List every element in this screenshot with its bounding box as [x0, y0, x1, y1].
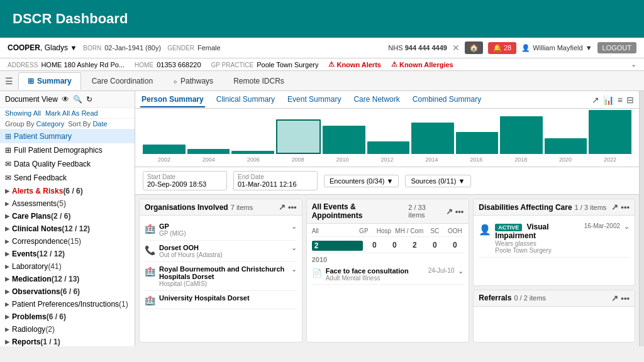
group-by-category-link[interactable]: Category — [36, 120, 65, 128]
sort-by-date-link[interactable]: Date — [92, 120, 107, 128]
org-gp-icon: 🏥 — [145, 224, 155, 234]
sidebar-item-laboratory[interactable]: Laboratory (41) — [0, 260, 135, 273]
chart-bar-2004[interactable] — [187, 149, 230, 154]
sidebar-item-reports[interactable]: Reports (1 / 1) — [0, 336, 135, 346]
start-date-input[interactable] — [147, 180, 223, 188]
chart-bar-2010[interactable] — [323, 126, 365, 154]
sidebar-item-medication[interactable]: Medication (12 / 13) — [0, 273, 135, 285]
org-royal-expand-button[interactable]: ⌄ — [291, 265, 297, 273]
sidebar-item-correspondence[interactable]: Correspondence (15) — [0, 235, 135, 248]
event-expand-button[interactable]: ⌄ — [458, 267, 464, 275]
trend-up-icon[interactable]: ↗ — [592, 95, 599, 105]
sidebar-item-radiology[interactable]: Radiology (2) — [0, 323, 135, 336]
nav-tabs-bar: ☰ ⊞ Summary Care Coordination ⬦ Pathways… — [0, 71, 644, 91]
sources-dropdown[interactable]: Sources (0/11) ▼ — [405, 175, 470, 187]
disabilities-count: 1 / 3 items — [575, 204, 607, 211]
organisations-expand-icon[interactable]: ↗ — [279, 202, 286, 212]
bar-chart-icon[interactable]: 📊 — [603, 95, 614, 105]
expand-patient-details-button[interactable]: ⌄ — [631, 60, 636, 69]
sub-tab-care-network[interactable]: Care Network — [352, 92, 401, 107]
org-phone-icon: 📞 — [145, 245, 155, 255]
tab-summary[interactable]: ⊞ Summary — [18, 72, 81, 90]
referrals-more-icon[interactable]: ••• — [621, 293, 630, 303]
chart-bar-2012[interactable] — [367, 141, 410, 154]
chart-bar-2022[interactable] — [589, 110, 631, 154]
mark-all-read-link[interactable]: Mark All As Read — [45, 109, 98, 117]
chart-bar-2002[interactable] — [143, 145, 186, 154]
notifications-button[interactable]: 🔔 28 — [488, 42, 516, 54]
tab-remote-idcrs[interactable]: Remote IDCRs — [224, 72, 294, 90]
disability-expand-button[interactable]: ⌄ — [624, 222, 630, 231]
sidebar-item-patient-summary[interactable]: ⊞ Patient Summary — [0, 129, 135, 143]
org-gp-expand-button[interactable]: ⌄ — [291, 222, 297, 231]
showing-all-link[interactable]: All — [33, 109, 41, 117]
organisations-title: Organisations Involved — [145, 203, 228, 212]
logout-button[interactable]: LOGOUT — [597, 42, 636, 53]
referrals-panel-body — [474, 307, 635, 342]
search-icon[interactable]: 🔍 — [73, 95, 82, 104]
disability-item-visual: 👤 ACTIVE Visual Impairment Wears glasses… — [479, 219, 630, 258]
user-info: 👤 William Mayfield ▼ — [521, 44, 592, 52]
end-date-input[interactable] — [238, 180, 313, 188]
list-icon[interactable]: ≡ — [618, 95, 623, 105]
sidebar-item-assessments[interactable]: Assessments (5) — [0, 197, 135, 210]
chart-bar-2006[interactable] — [231, 151, 274, 154]
sidebar-item-alerts-risks[interactable]: Alerts & Risks (6 / 6) — [0, 185, 135, 197]
chart-bar-2016[interactable] — [456, 132, 499, 154]
end-date-field[interactable]: End Date — [233, 171, 318, 190]
events-data-row: 2 0 0 2 0 0 — [312, 239, 464, 253]
org-ooh-expand-button[interactable]: ⌄ — [291, 244, 297, 252]
sub-tab-combined-summary[interactable]: Combined Summary — [411, 92, 482, 107]
disabilities-more-icon[interactable]: ••• — [621, 202, 630, 212]
organisations-more-icon[interactable]: ••• — [288, 202, 297, 212]
sidebar-item-care-plans[interactable]: Care Plans (2 / 6) — [0, 210, 135, 222]
sub-tab-clinical-summary[interactable]: Clinical Summary — [215, 92, 276, 107]
referrals-panel-header: Referrals 0 / 2 items ↗ ••• — [474, 290, 635, 307]
events-more-icon[interactable]: ••• — [455, 207, 464, 216]
close-patient-button[interactable]: ✕ — [452, 43, 460, 53]
event-doc-icon: 📄 — [312, 268, 322, 278]
sidebar-item-data-quality[interactable]: ✉ Data Quality Feedback — [0, 157, 135, 171]
referrals-expand-icon[interactable]: ↗ — [611, 293, 618, 303]
org-hospital-icon: 🏥 — [145, 266, 155, 277]
nhs-info: NHS 944 444 4449 ✕ 🏠 🔔 28 👤 William Mayf… — [388, 41, 636, 54]
tab-pathways[interactable]: ⬦ Pathways — [164, 72, 223, 90]
sidebar-item-send-feedback[interactable]: ✉ Send Feedback — [0, 171, 135, 185]
start-date-field[interactable]: Start Date — [143, 171, 227, 190]
organisations-panel-body: 🏥 GP GP (MIG) ⌄ 📞 Dorset OOH Out of Hour… — [140, 216, 302, 342]
grid-view-icon[interactable]: ⊟ — [626, 95, 634, 105]
org-item-gp: 🏥 GP GP (MIG) ⌄ — [145, 219, 297, 241]
sidebar-item-full-demographics[interactable]: ⊞ Full Patient Demographics — [0, 143, 135, 157]
events-count: 2 / 33 items — [408, 204, 443, 219]
events-expand-icon[interactable]: ↗ — [446, 207, 453, 216]
tab-care-coordination[interactable]: Care Coordination — [82, 72, 162, 90]
sub-tab-person-summary[interactable]: Person Summary — [140, 92, 205, 107]
sub-tab-event-summary[interactable]: Event Summary — [286, 92, 342, 107]
sidebar-item-events[interactable]: Events (12 / 12) — [0, 248, 135, 260]
right-scrollbar[interactable] — [639, 91, 644, 346]
patient-bar-row1: COOPER, Gladys ▼ BORN 02-Jan-1941 (80y) … — [0, 38, 644, 58]
events-panel-body: All GP Hosp MH / Com SC OOH 2 0 0 2 0 0 — [307, 224, 469, 342]
chart-bar-2008[interactable] — [276, 119, 321, 154]
encounters-dropdown[interactable]: Encounters (0/34) ▼ — [324, 175, 399, 187]
known-alerts-link[interactable]: ⚠ Known Alerts — [328, 60, 381, 69]
hamburger-menu-icon[interactable]: ☰ — [5, 76, 13, 86]
disabilities-expand-icon[interactable]: ↗ — [611, 202, 618, 212]
sidebar-item-observations[interactable]: Observations (6 / 6) — [0, 285, 135, 298]
home-button[interactable]: 🏠 — [465, 41, 483, 54]
refresh-icon[interactable]: ↻ — [86, 95, 92, 104]
sidebar-item-patient-prefs[interactable]: Patient Preferences/Instructions (1) — [0, 298, 135, 310]
sidebar-item-problems[interactable]: Problems (6 / 6) — [0, 310, 135, 323]
sub-tabs-bar: Person Summary Clinical Summary Event Su… — [135, 91, 639, 109]
events-all-count: 2 — [312, 241, 364, 251]
known-allergies-link[interactable]: ⚠ Known Allergies — [391, 60, 453, 69]
organisations-panel-header: Organisations Involved 7 items ↗ ••• — [140, 199, 302, 216]
eye-icon[interactable]: 👁 — [62, 95, 69, 104]
patient-arrow-icon[interactable]: ▼ — [70, 44, 77, 52]
envelope-icon: ✉ — [5, 160, 11, 168]
chart-bar-2014[interactable] — [411, 123, 454, 154]
sidebar-item-clinical-notes[interactable]: Clinical Notes (12 / 12) — [0, 222, 135, 235]
app-title: DSCR Dashboard — [13, 11, 128, 27]
chart-bar-2020[interactable] — [545, 138, 587, 154]
chart-bar-2018[interactable] — [500, 116, 543, 154]
